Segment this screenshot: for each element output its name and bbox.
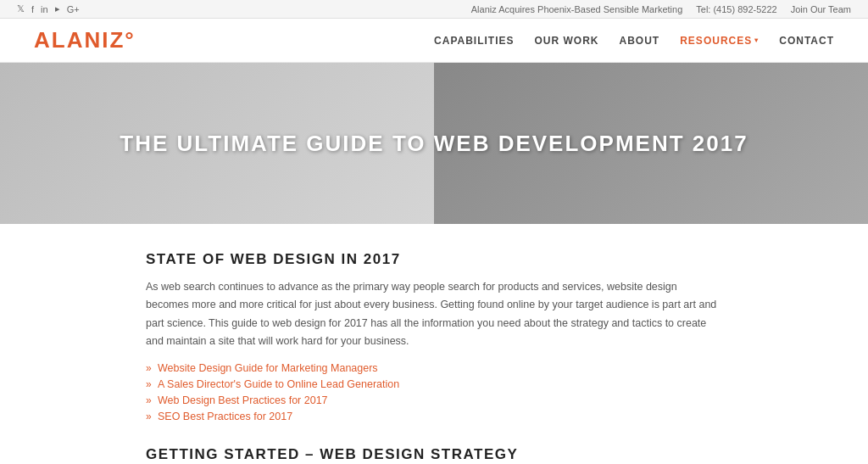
link-seo-best[interactable]: SEO Best Practices for 2017 — [158, 411, 292, 422]
section-state-of-web-design: STATE OF WEB DESIGN IN 2017 As web searc… — [146, 251, 722, 422]
section-state-title: STATE OF WEB DESIGN IN 2017 — [146, 251, 722, 268]
chevron-down-icon: ▾ — [754, 36, 759, 44]
header: ALANIZ° CAPABILITIES OUR WORK ABOUT RESO… — [0, 19, 868, 63]
join-team-link[interactable]: Join Our Team — [791, 4, 851, 14]
twitter-icon[interactable]: 𝕏 — [17, 3, 25, 14]
nav-resources-label: RESOURCES — [680, 35, 752, 47]
link-sales-director[interactable]: A Sales Director's Guide to Online Lead … — [158, 378, 399, 390]
list-item: A Sales Director's Guide to Online Lead … — [146, 378, 722, 390]
hero-title: THE ULTIMATE GUIDE TO WEB DEVELOPMENT 20… — [120, 131, 748, 157]
main-content: STATE OF WEB DESIGN IN 2017 As web searc… — [112, 224, 756, 464]
section-state-links: Website Design Guide for Marketing Manag… — [146, 362, 722, 422]
nav-resources[interactable]: RESOURCES ▾ — [680, 35, 759, 47]
logo-text: ALANIZ — [34, 27, 125, 53]
list-item: Website Design Guide for Marketing Manag… — [146, 362, 722, 374]
rss-icon[interactable]: ▸ — [55, 3, 60, 14]
section-getting-started: GETTING STARTED – WEB DESIGN STRATEGY As… — [146, 446, 722, 464]
link-web-design-guide[interactable]: Website Design Guide for Marketing Manag… — [158, 362, 378, 374]
nav-contact[interactable]: CONTACT — [779, 35, 834, 47]
social-icons-group: 𝕏 f in ▸ G+ — [17, 3, 80, 14]
top-bar: 𝕏 f in ▸ G+ Alaniz Acquires Phoenix-Base… — [0, 0, 868, 19]
list-item: SEO Best Practices for 2017 — [146, 411, 722, 422]
section-getting-started-title: GETTING STARTED – WEB DESIGN STRATEGY — [146, 446, 722, 463]
announcement-link[interactable]: Alaniz Acquires Phoenix-Based Sensible M… — [471, 4, 682, 14]
linkedin-icon[interactable]: in — [41, 4, 48, 14]
facebook-icon[interactable]: f — [31, 4, 34, 14]
hero-banner: THE ULTIMATE GUIDE TO WEB DEVELOPMENT 20… — [0, 63, 868, 224]
nav-our-work[interactable]: OUR WORK — [535, 35, 599, 47]
logo-accent: ° — [125, 27, 135, 53]
logo[interactable]: ALANIZ° — [34, 27, 136, 53]
google-plus-icon[interactable]: G+ — [67, 4, 80, 14]
list-item: Web Design Best Practices for 2017 — [146, 394, 722, 406]
main-nav: CAPABILITIES OUR WORK ABOUT RESOURCES ▾ … — [434, 35, 834, 47]
link-web-design-best[interactable]: Web Design Best Practices for 2017 — [158, 394, 328, 406]
section-state-text: As web search continues to advance as th… — [146, 278, 722, 350]
nav-capabilities[interactable]: CAPABILITIES — [434, 35, 514, 47]
nav-about[interactable]: ABOUT — [620, 35, 660, 47]
phone-link[interactable]: Tel: (415) 892-5222 — [696, 4, 776, 14]
top-bar-right: Alaniz Acquires Phoenix-Based Sensible M… — [471, 4, 851, 14]
